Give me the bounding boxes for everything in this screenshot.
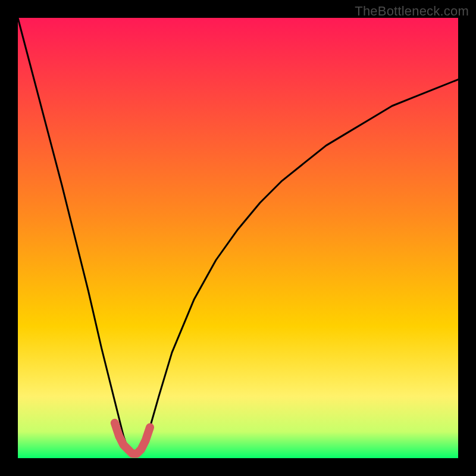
chart-svg	[18, 18, 458, 458]
plot-area	[18, 18, 458, 458]
watermark-text: TheBottleneck.com	[355, 4, 469, 19]
gradient-background	[18, 18, 458, 458]
chart-container: TheBottleneck.com	[0, 0, 476, 476]
